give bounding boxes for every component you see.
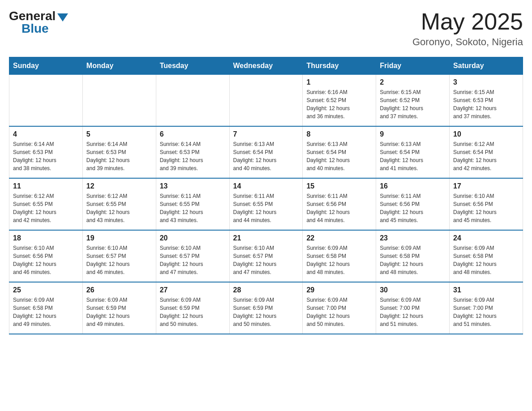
day-info: Sunrise: 6:11 AMSunset: 6:56 PMDaylight:… <box>306 192 372 224</box>
calendar-cell: 16Sunrise: 6:11 AMSunset: 6:56 PMDayligh… <box>376 178 450 230</box>
weekday-header-sunday: Sunday <box>9 57 83 75</box>
day-info: Sunrise: 6:13 AMSunset: 6:54 PMDaylight:… <box>233 140 299 172</box>
day-number: 12 <box>86 182 152 190</box>
day-info: Sunrise: 6:14 AMSunset: 6:53 PMDaylight:… <box>86 140 152 172</box>
day-number: 2 <box>380 78 446 86</box>
day-info: Sunrise: 6:15 AMSunset: 6:52 PMDaylight:… <box>380 88 446 120</box>
calendar-cell: 24Sunrise: 6:09 AMSunset: 6:58 PMDayligh… <box>450 230 523 282</box>
day-number: 10 <box>453 130 519 138</box>
calendar-cell: 10Sunrise: 6:12 AMSunset: 6:54 PMDayligh… <box>450 126 523 178</box>
day-number: 5 <box>86 130 152 138</box>
calendar-cell: 5Sunrise: 6:14 AMSunset: 6:53 PMDaylight… <box>82 126 156 178</box>
day-number: 4 <box>13 130 79 138</box>
calendar-cell <box>9 75 83 127</box>
month-title: May 2025 <box>412 9 523 34</box>
weekday-header-saturday: Saturday <box>450 57 523 75</box>
day-number: 31 <box>453 286 519 294</box>
calendar-cell: 7Sunrise: 6:13 AMSunset: 6:54 PMDaylight… <box>229 126 303 178</box>
day-info: Sunrise: 6:16 AMSunset: 6:52 PMDaylight:… <box>306 88 372 120</box>
calendar-cell: 21Sunrise: 6:10 AMSunset: 6:57 PMDayligh… <box>229 230 303 282</box>
day-number: 30 <box>380 286 446 294</box>
calendar-cell <box>229 75 303 127</box>
day-info: Sunrise: 6:09 AMSunset: 6:58 PMDaylight:… <box>453 244 519 276</box>
day-number: 27 <box>160 286 226 294</box>
weekday-header-monday: Monday <box>82 57 156 75</box>
calendar-cell: 27Sunrise: 6:09 AMSunset: 6:59 PMDayligh… <box>156 282 229 334</box>
day-number: 8 <box>306 130 372 138</box>
calendar-cell: 3Sunrise: 6:15 AMSunset: 6:53 PMDaylight… <box>450 75 523 127</box>
title-section: May 2025 Goronyo, Sokoto, Nigeria <box>412 9 523 48</box>
day-info: Sunrise: 6:10 AMSunset: 6:56 PMDaylight:… <box>13 244 79 276</box>
day-number: 11 <box>13 182 79 190</box>
weekday-header-thursday: Thursday <box>303 57 376 75</box>
day-number: 23 <box>380 234 446 242</box>
calendar-cell <box>156 75 229 127</box>
day-number: 16 <box>380 182 446 190</box>
day-info: Sunrise: 6:12 AMSunset: 6:54 PMDaylight:… <box>453 140 519 172</box>
calendar-cell: 17Sunrise: 6:10 AMSunset: 6:56 PMDayligh… <box>450 178 523 230</box>
day-info: Sunrise: 6:09 AMSunset: 7:00 PMDaylight:… <box>453 296 519 328</box>
logo-blue-text: Blue <box>21 21 49 36</box>
day-info: Sunrise: 6:09 AMSunset: 6:59 PMDaylight:… <box>160 296 226 328</box>
calendar-week-row: 11Sunrise: 6:12 AMSunset: 6:55 PMDayligh… <box>9 178 523 230</box>
day-number: 14 <box>233 182 299 190</box>
weekday-header-friday: Friday <box>376 57 450 75</box>
calendar-cell: 9Sunrise: 6:13 AMSunset: 6:54 PMDaylight… <box>376 126 450 178</box>
day-info: Sunrise: 6:13 AMSunset: 6:54 PMDaylight:… <box>306 140 372 172</box>
day-info: Sunrise: 6:12 AMSunset: 6:55 PMDaylight:… <box>13 192 79 224</box>
logo-arrow-icon <box>57 13 68 21</box>
calendar-cell: 22Sunrise: 6:09 AMSunset: 6:58 PMDayligh… <box>303 230 376 282</box>
calendar-cell: 26Sunrise: 6:09 AMSunset: 6:59 PMDayligh… <box>82 282 156 334</box>
day-info: Sunrise: 6:09 AMSunset: 6:58 PMDaylight:… <box>380 244 446 276</box>
calendar-cell: 6Sunrise: 6:14 AMSunset: 6:53 PMDaylight… <box>156 126 229 178</box>
calendar-cell: 4Sunrise: 6:14 AMSunset: 6:53 PMDaylight… <box>9 126 83 178</box>
calendar-cell: 2Sunrise: 6:15 AMSunset: 6:52 PMDaylight… <box>376 75 450 127</box>
calendar-cell: 12Sunrise: 6:12 AMSunset: 6:55 PMDayligh… <box>82 178 156 230</box>
day-info: Sunrise: 6:11 AMSunset: 6:55 PMDaylight:… <box>160 192 226 224</box>
day-number: 13 <box>160 182 226 190</box>
day-number: 20 <box>160 234 226 242</box>
calendar-week-row: 4Sunrise: 6:14 AMSunset: 6:53 PMDaylight… <box>9 126 523 178</box>
calendar-cell: 28Sunrise: 6:09 AMSunset: 6:59 PMDayligh… <box>229 282 303 334</box>
calendar-cell: 11Sunrise: 6:12 AMSunset: 6:55 PMDayligh… <box>9 178 83 230</box>
day-info: Sunrise: 6:10 AMSunset: 6:57 PMDaylight:… <box>160 244 226 276</box>
day-number: 9 <box>380 130 446 138</box>
calendar-cell: 14Sunrise: 6:11 AMSunset: 6:55 PMDayligh… <box>229 178 303 230</box>
day-info: Sunrise: 6:09 AMSunset: 6:58 PMDaylight:… <box>306 244 372 276</box>
day-number: 22 <box>306 234 372 242</box>
calendar-table: SundayMondayTuesdayWednesdayThursdayFrid… <box>9 57 523 334</box>
weekday-header-wednesday: Wednesday <box>229 57 303 75</box>
day-info: Sunrise: 6:10 AMSunset: 6:57 PMDaylight:… <box>86 244 152 276</box>
day-number: 3 <box>453 78 519 86</box>
day-number: 1 <box>306 78 372 86</box>
day-info: Sunrise: 6:13 AMSunset: 6:54 PMDaylight:… <box>380 140 446 172</box>
day-number: 28 <box>233 286 299 294</box>
weekday-header-row: SundayMondayTuesdayWednesdayThursdayFrid… <box>9 57 523 75</box>
day-info: Sunrise: 6:10 AMSunset: 6:57 PMDaylight:… <box>233 244 299 276</box>
day-number: 29 <box>306 286 372 294</box>
day-number: 19 <box>86 234 152 242</box>
calendar-cell: 18Sunrise: 6:10 AMSunset: 6:56 PMDayligh… <box>9 230 83 282</box>
calendar-header: SundayMondayTuesdayWednesdayThursdayFrid… <box>9 57 523 75</box>
day-info: Sunrise: 6:09 AMSunset: 7:00 PMDaylight:… <box>380 296 446 328</box>
day-number: 17 <box>453 182 519 190</box>
calendar-cell: 20Sunrise: 6:10 AMSunset: 6:57 PMDayligh… <box>156 230 229 282</box>
page-header: General Blue May 2025 Goronyo, Sokoto, N… <box>9 9 523 48</box>
day-number: 6 <box>160 130 226 138</box>
day-number: 25 <box>13 286 79 294</box>
logo: General Blue <box>9 9 68 36</box>
day-info: Sunrise: 6:12 AMSunset: 6:55 PMDaylight:… <box>86 192 152 224</box>
calendar-week-row: 18Sunrise: 6:10 AMSunset: 6:56 PMDayligh… <box>9 230 523 282</box>
day-info: Sunrise: 6:11 AMSunset: 6:56 PMDaylight:… <box>380 192 446 224</box>
day-info: Sunrise: 6:14 AMSunset: 6:53 PMDaylight:… <box>160 140 226 172</box>
day-number: 7 <box>233 130 299 138</box>
calendar-cell: 31Sunrise: 6:09 AMSunset: 7:00 PMDayligh… <box>450 282 523 334</box>
calendar-cell: 8Sunrise: 6:13 AMSunset: 6:54 PMDaylight… <box>303 126 376 178</box>
day-info: Sunrise: 6:09 AMSunset: 6:59 PMDaylight:… <box>233 296 299 328</box>
calendar-cell: 1Sunrise: 6:16 AMSunset: 6:52 PMDaylight… <box>303 75 376 127</box>
day-number: 21 <box>233 234 299 242</box>
day-number: 24 <box>453 234 519 242</box>
calendar-week-row: 25Sunrise: 6:09 AMSunset: 6:58 PMDayligh… <box>9 282 523 334</box>
day-info: Sunrise: 6:09 AMSunset: 6:58 PMDaylight:… <box>13 296 79 328</box>
calendar-cell <box>82 75 156 127</box>
